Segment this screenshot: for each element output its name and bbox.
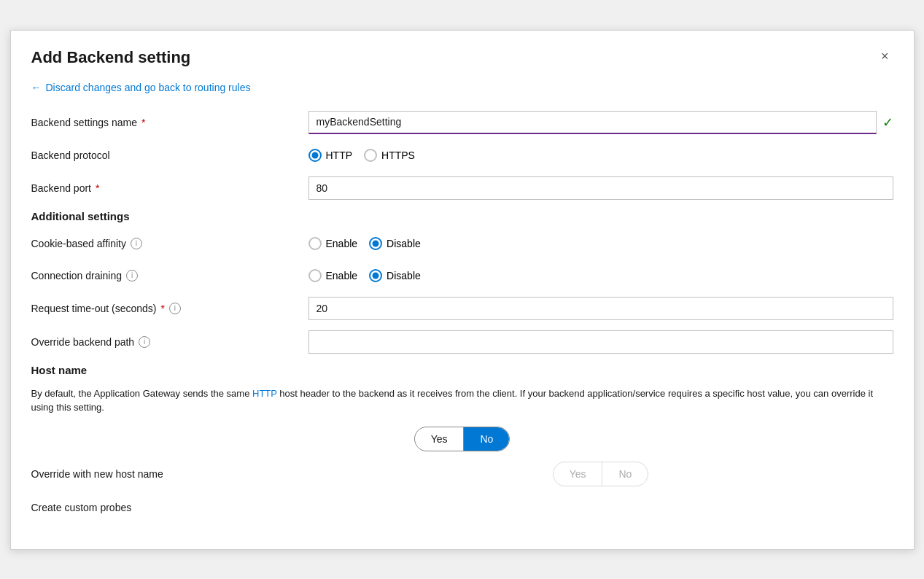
cookie-affinity-label: Cookie-based affinity i <box>31 238 308 249</box>
host-name-no-button[interactable]: No <box>464 427 509 451</box>
dialog-header: Add Backend setting × <box>31 48 893 67</box>
drain-disable-option[interactable]: Disable <box>369 269 421 282</box>
backend-protocol-label: Backend protocol <box>31 149 308 161</box>
back-link[interactable]: ← Discard changes and go back to routing… <box>31 82 251 93</box>
host-name-heading: Host name <box>31 364 893 376</box>
backend-settings-name-label: Backend settings name * <box>31 117 308 128</box>
backend-settings-name-row: Backend settings name * ✓ <box>31 111 893 134</box>
override-host-name-row: Override with new host name Yes No <box>31 462 893 486</box>
drain-enable-option[interactable]: Enable <box>308 269 358 282</box>
host-name-toggle-row: Yes No <box>31 427 893 451</box>
additional-settings-heading: Additional settings <box>31 210 893 222</box>
cookie-disable-option[interactable]: Disable <box>369 237 421 250</box>
drain-disable-radio[interactable] <box>369 269 382 282</box>
https-radio[interactable] <box>364 149 377 162</box>
override-path-info-icon[interactable]: i <box>139 336 150 348</box>
cookie-disable-radio[interactable] <box>369 237 382 250</box>
override-backend-path-row: Override backend path i <box>31 330 893 354</box>
override-host-name-control: Yes No <box>308 462 893 486</box>
host-name-toggle: Yes No <box>414 427 510 451</box>
back-arrow: ← <box>31 82 42 93</box>
cookie-affinity-row: Cookie-based affinity i Enable Disable <box>31 233 893 254</box>
connection-draining-row: Connection draining i Enable Disable <box>31 265 893 287</box>
override-backend-path-label: Override backend path i <box>31 336 308 348</box>
close-button[interactable]: × <box>877 48 893 64</box>
backend-protocol-options: HTTP HTTPS <box>308 149 893 162</box>
backend-settings-name-control <box>308 111 877 134</box>
connection-draining-info-icon[interactable]: i <box>126 270 138 281</box>
checkmark-icon: ✓ <box>882 114 893 131</box>
backend-port-label: Backend port * <box>31 182 308 194</box>
http-link: HTTP <box>252 388 277 399</box>
dialog-title: Add Backend setting <box>31 48 191 67</box>
required-star-timeout: * <box>160 303 164 314</box>
backend-port-row: Backend port * <box>31 176 893 200</box>
cookie-enable-option[interactable]: Enable <box>308 237 358 250</box>
request-timeout-control <box>308 297 893 320</box>
override-host-name-label: Override with new host name <box>31 468 308 480</box>
create-custom-probes-label: Create custom probes <box>31 502 308 513</box>
create-custom-probes-row: Create custom probes <box>31 497 893 518</box>
host-name-section: Host name By default, the Application Ga… <box>31 364 893 518</box>
connection-draining-options: Enable Disable <box>308 269 893 282</box>
connection-draining-label: Connection draining i <box>31 270 308 281</box>
http-radio[interactable] <box>308 149 322 162</box>
override-backend-path-control <box>308 330 893 354</box>
backend-port-input[interactable] <box>308 176 893 200</box>
required-star: * <box>141 117 145 128</box>
drain-enable-radio[interactable] <box>308 269 322 282</box>
backend-protocol-row: Backend protocol HTTP HTTPS <box>31 144 893 166</box>
cookie-affinity-info-icon[interactable]: i <box>131 238 142 249</box>
override-host-yes-button[interactable]: Yes <box>554 462 602 486</box>
http-option[interactable]: HTTP <box>308 149 353 162</box>
back-link-text: Discard changes and go back to routing r… <box>46 82 251 93</box>
request-timeout-input[interactable] <box>308 297 893 320</box>
add-backend-setting-dialog: Add Backend setting × ← Discard changes … <box>10 30 915 550</box>
host-name-description: By default, the Application Gateway send… <box>31 386 893 415</box>
cookie-affinity-options: Enable Disable <box>308 237 893 250</box>
host-name-yes-button[interactable]: Yes <box>415 427 464 451</box>
https-option[interactable]: HTTPS <box>364 149 415 162</box>
override-host-name-toggle: Yes No <box>553 462 649 486</box>
override-backend-path-input[interactable] <box>308 330 893 354</box>
override-host-no-button[interactable]: No <box>602 462 648 486</box>
required-star-port: * <box>96 182 99 194</box>
cookie-enable-radio[interactable] <box>308 237 322 250</box>
backend-port-control <box>308 176 893 200</box>
request-timeout-row: Request time-out (seconds) * i <box>31 297 893 320</box>
request-timeout-label: Request time-out (seconds) * i <box>31 303 308 314</box>
backend-settings-name-input[interactable] <box>308 111 877 134</box>
request-timeout-info-icon[interactable]: i <box>169 303 181 314</box>
